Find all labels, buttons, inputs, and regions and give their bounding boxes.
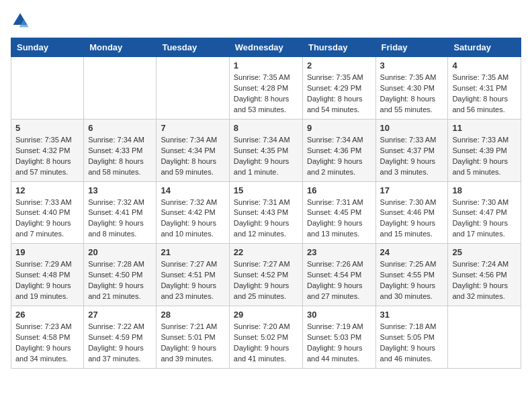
day-info: Sunrise: 7:33 AM Sunset: 4:37 PM Dayligh… — [380, 135, 444, 178]
day-number: 15 — [234, 185, 298, 195]
day-number: 4 — [452, 60, 517, 71]
calendar-cell: 22Sunrise: 7:27 AM Sunset: 4:52 PM Dayli… — [229, 244, 302, 306]
calendar-cell — [157, 57, 229, 120]
page-header — [11, 11, 521, 30]
day-number: 27 — [88, 310, 152, 320]
calendar-cell: 11Sunrise: 7:33 AM Sunset: 4:39 PM Dayli… — [448, 119, 521, 181]
calendar-week-row: 12Sunrise: 7:33 AM Sunset: 4:40 PM Dayli… — [11, 181, 521, 244]
logo-icon — [11, 11, 30, 30]
day-number: 22 — [234, 247, 298, 257]
day-info: Sunrise: 7:32 AM Sunset: 4:42 PM Dayligh… — [161, 197, 224, 240]
day-number: 2 — [307, 60, 371, 71]
day-info: Sunrise: 7:30 AM Sunset: 4:46 PM Dayligh… — [380, 197, 444, 240]
day-number: 9 — [307, 123, 371, 133]
calendar-cell: 8Sunrise: 7:34 AM Sunset: 4:35 PM Daylig… — [229, 119, 302, 181]
day-number: 13 — [88, 185, 152, 195]
calendar-cell: 29Sunrise: 7:20 AM Sunset: 5:02 PM Dayli… — [229, 306, 302, 369]
day-info: Sunrise: 7:21 AM Sunset: 5:01 PM Dayligh… — [161, 322, 224, 365]
day-number: 19 — [15, 247, 79, 257]
calendar-cell — [84, 57, 157, 120]
calendar-cell: 1Sunrise: 7:35 AM Sunset: 4:28 PM Daylig… — [229, 57, 302, 120]
calendar-cell: 14Sunrise: 7:32 AM Sunset: 4:42 PM Dayli… — [157, 181, 229, 244]
day-number: 3 — [380, 60, 444, 71]
calendar-cell: 6Sunrise: 7:34 AM Sunset: 4:33 PM Daylig… — [84, 119, 157, 181]
logo — [11, 11, 32, 30]
day-info: Sunrise: 7:27 AM Sunset: 4:52 PM Dayligh… — [234, 259, 298, 302]
calendar-cell: 4Sunrise: 7:35 AM Sunset: 4:31 PM Daylig… — [448, 57, 521, 120]
day-of-week-header: Sunday — [11, 38, 84, 57]
calendar-cell: 19Sunrise: 7:29 AM Sunset: 4:48 PM Dayli… — [11, 244, 84, 306]
day-info: Sunrise: 7:29 AM Sunset: 4:48 PM Dayligh… — [15, 259, 79, 302]
calendar-cell: 7Sunrise: 7:34 AM Sunset: 4:34 PM Daylig… — [157, 119, 229, 181]
calendar-cell: 15Sunrise: 7:31 AM Sunset: 4:43 PM Dayli… — [229, 181, 302, 244]
calendar-table: SundayMondayTuesdayWednesdayThursdayFrid… — [11, 38, 521, 369]
day-info: Sunrise: 7:34 AM Sunset: 4:34 PM Dayligh… — [161, 135, 224, 178]
day-number: 24 — [380, 247, 444, 257]
day-of-week-header: Monday — [84, 38, 157, 57]
day-number: 28 — [161, 310, 224, 320]
day-number: 8 — [234, 123, 298, 133]
calendar-week-row: 19Sunrise: 7:29 AM Sunset: 4:48 PM Dayli… — [11, 244, 521, 306]
day-number: 1 — [234, 60, 298, 71]
day-info: Sunrise: 7:18 AM Sunset: 5:05 PM Dayligh… — [380, 322, 444, 365]
day-info: Sunrise: 7:26 AM Sunset: 4:54 PM Dayligh… — [307, 259, 371, 302]
day-info: Sunrise: 7:35 AM Sunset: 4:30 PM Dayligh… — [380, 73, 444, 116]
day-info: Sunrise: 7:35 AM Sunset: 4:31 PM Dayligh… — [452, 73, 517, 116]
day-number: 14 — [161, 185, 224, 195]
calendar-cell: 21Sunrise: 7:27 AM Sunset: 4:51 PM Dayli… — [157, 244, 229, 306]
day-number: 26 — [15, 310, 79, 320]
day-info: Sunrise: 7:30 AM Sunset: 4:47 PM Dayligh… — [452, 197, 517, 240]
calendar-cell: 9Sunrise: 7:34 AM Sunset: 4:36 PM Daylig… — [302, 119, 375, 181]
calendar-week-row: 26Sunrise: 7:23 AM Sunset: 4:58 PM Dayli… — [11, 306, 521, 369]
day-info: Sunrise: 7:33 AM Sunset: 4:40 PM Dayligh… — [15, 197, 79, 240]
calendar-cell: 31Sunrise: 7:18 AM Sunset: 5:05 PM Dayli… — [375, 306, 448, 369]
calendar-cell: 26Sunrise: 7:23 AM Sunset: 4:58 PM Dayli… — [11, 306, 84, 369]
calendar-cell: 23Sunrise: 7:26 AM Sunset: 4:54 PM Dayli… — [302, 244, 375, 306]
day-info: Sunrise: 7:25 AM Sunset: 4:55 PM Dayligh… — [380, 259, 444, 302]
day-number: 7 — [161, 123, 224, 133]
day-number: 30 — [307, 310, 371, 320]
day-info: Sunrise: 7:31 AM Sunset: 4:43 PM Dayligh… — [234, 197, 298, 240]
calendar-cell: 16Sunrise: 7:31 AM Sunset: 4:45 PM Dayli… — [302, 181, 375, 244]
day-of-week-header: Wednesday — [229, 38, 302, 57]
calendar-cell: 2Sunrise: 7:35 AM Sunset: 4:29 PM Daylig… — [302, 57, 375, 120]
day-number: 5 — [15, 123, 79, 133]
calendar-cell: 25Sunrise: 7:24 AM Sunset: 4:56 PM Dayli… — [448, 244, 521, 306]
calendar-cell: 13Sunrise: 7:32 AM Sunset: 4:41 PM Dayli… — [84, 181, 157, 244]
calendar-cell: 10Sunrise: 7:33 AM Sunset: 4:37 PM Dayli… — [375, 119, 448, 181]
calendar-cell: 5Sunrise: 7:35 AM Sunset: 4:32 PM Daylig… — [11, 119, 84, 181]
day-number: 20 — [88, 247, 152, 257]
calendar-cell: 3Sunrise: 7:35 AM Sunset: 4:30 PM Daylig… — [375, 57, 448, 120]
day-info: Sunrise: 7:31 AM Sunset: 4:45 PM Dayligh… — [307, 197, 371, 240]
day-info: Sunrise: 7:34 AM Sunset: 4:33 PM Dayligh… — [88, 135, 152, 178]
calendar-cell — [448, 306, 521, 369]
day-number: 23 — [307, 247, 371, 257]
day-info: Sunrise: 7:27 AM Sunset: 4:51 PM Dayligh… — [161, 259, 224, 302]
day-of-week-header: Friday — [375, 38, 448, 57]
day-info: Sunrise: 7:22 AM Sunset: 4:59 PM Dayligh… — [88, 322, 152, 365]
day-info: Sunrise: 7:19 AM Sunset: 5:03 PM Dayligh… — [307, 322, 371, 365]
day-info: Sunrise: 7:34 AM Sunset: 4:35 PM Dayligh… — [234, 135, 298, 178]
day-number: 29 — [234, 310, 298, 320]
day-number: 6 — [88, 123, 152, 133]
day-of-week-header: Saturday — [448, 38, 521, 57]
day-info: Sunrise: 7:20 AM Sunset: 5:02 PM Dayligh… — [234, 322, 298, 365]
day-number: 17 — [380, 185, 444, 195]
day-number: 10 — [380, 123, 444, 133]
day-of-week-header: Tuesday — [157, 38, 229, 57]
day-number: 31 — [380, 310, 444, 320]
calendar-cell: 30Sunrise: 7:19 AM Sunset: 5:03 PM Dayli… — [302, 306, 375, 369]
calendar-cell: 17Sunrise: 7:30 AM Sunset: 4:46 PM Dayli… — [375, 181, 448, 244]
day-info: Sunrise: 7:24 AM Sunset: 4:56 PM Dayligh… — [452, 259, 517, 302]
day-info: Sunrise: 7:34 AM Sunset: 4:36 PM Dayligh… — [307, 135, 371, 178]
calendar-week-row: 5Sunrise: 7:35 AM Sunset: 4:32 PM Daylig… — [11, 119, 521, 181]
calendar-header-row: SundayMondayTuesdayWednesdayThursdayFrid… — [11, 38, 521, 57]
calendar-cell: 18Sunrise: 7:30 AM Sunset: 4:47 PM Dayli… — [448, 181, 521, 244]
calendar-cell: 24Sunrise: 7:25 AM Sunset: 4:55 PM Dayli… — [375, 244, 448, 306]
day-of-week-header: Thursday — [302, 38, 375, 57]
day-info: Sunrise: 7:28 AM Sunset: 4:50 PM Dayligh… — [88, 259, 152, 302]
day-info: Sunrise: 7:35 AM Sunset: 4:28 PM Dayligh… — [234, 73, 298, 116]
calendar-cell — [11, 57, 84, 120]
day-info: Sunrise: 7:32 AM Sunset: 4:41 PM Dayligh… — [88, 197, 152, 240]
day-number: 11 — [452, 123, 517, 133]
